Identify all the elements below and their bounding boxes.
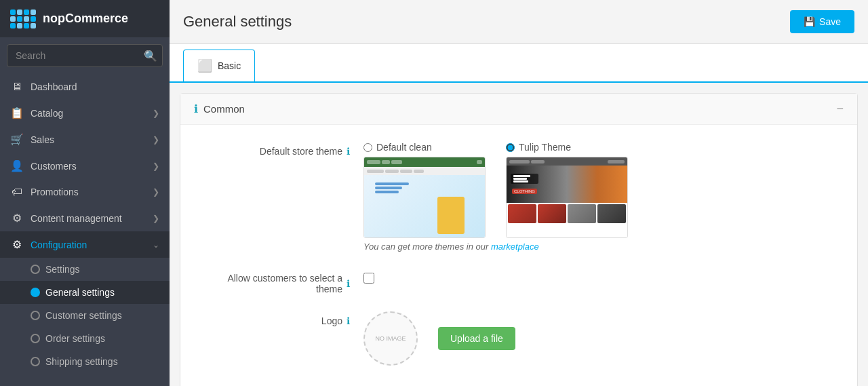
top-bar: General settings 💾 Save [170,0,868,44]
sidebar-item-catalog[interactable]: 📋 Catalog ❯ [0,100,170,126]
sidebar-header: nopCommerce [0,0,170,37]
dashboard-icon: 🖥 [10,81,24,93]
marketplace-link[interactable]: marketplace [491,242,539,252]
main-content: General settings 💾 Save ⬜ Basic ℹ Common… [170,0,868,386]
theme-preview-tulip: CLOTHING [506,157,628,238]
tab-icon: ⬜ [197,58,212,73]
panel-body: Default store theme ℹ Default clean [180,125,857,386]
logo-control: NO IMAGE Upload a file [363,311,837,366]
circle-icon [31,265,40,274]
theme-label: Default store theme ℹ [201,142,350,157]
tab-basic[interactable]: ⬜ Basic [183,50,255,81]
sidebar-item-customers[interactable]: 👤 Customers ❯ [0,153,170,179]
marketplace-text: You can get more themes in our marketpla… [363,242,837,252]
sidebar-subitem-label: Settings [45,264,80,275]
circle-icon [31,357,40,366]
chevron-right-icon: ❯ [153,135,159,144]
collapse-icon[interactable]: − [836,102,844,116]
save-icon: 💾 [804,16,815,27]
promotions-icon: 🏷 [10,186,24,198]
app-name: nopCommerce [43,12,128,26]
logo-label: Logo ℹ [201,311,350,326]
sidebar: nopCommerce 🔍 🖥 Dashboard 📋 Catalog ❯ 🛒 … [0,0,170,386]
theme-option-header-tulip: Tulip Theme [506,142,571,153]
panel-title: ℹ Common [194,102,245,115]
save-button[interactable]: 💾 Save [790,10,854,33]
sidebar-subitem-label: General settings [45,287,115,298]
search-input[interactable] [7,44,163,67]
sidebar-item-label: Catalog [31,108,146,119]
sidebar-subitem-label: Order settings [45,333,105,344]
sidebar-subitem-shipping-settings[interactable]: Shipping settings [0,350,170,373]
sidebar-item-promotions[interactable]: 🏷 Promotions ❯ [0,179,170,205]
chevron-right-icon: ❯ [153,161,159,171]
tabs-bar: ⬜ Basic [170,44,868,83]
theme-options: Default clean [363,142,837,238]
chevron-right-icon: ❯ [153,214,159,223]
sidebar-item-content-management[interactable]: ⚙ Content management ❯ [0,205,170,231]
search-icon[interactable]: 🔍 [144,50,157,62]
sidebar-item-dashboard[interactable]: 🖥 Dashboard [0,74,170,100]
search-box: 🔍 [7,44,163,67]
theme-option-default-clean[interactable]: Default clean [363,142,486,238]
sidebar-item-label: Content management [31,213,146,224]
tab-label: Basic [218,60,241,71]
sidebar-item-configuration[interactable]: ⚙ Configuration ⌄ [0,231,170,258]
allow-select-help-icon[interactable]: ℹ [347,278,350,289]
logo-help-icon[interactable]: ℹ [347,315,350,326]
theme-help-icon[interactable]: ℹ [347,146,350,157]
logo-icon [10,9,36,28]
logo-upload-area: NO IMAGE Upload a file [363,311,837,366]
chevron-right-icon: ❯ [153,187,159,197]
sidebar-subitem-settings[interactable]: Settings [0,258,170,281]
page-title: General settings [183,13,292,31]
sales-icon: 🛒 [10,133,24,146]
sidebar-item-label: Dashboard [31,81,159,92]
upload-file-button[interactable]: Upload a file [438,327,515,350]
sidebar-item-label: Customers [31,161,146,172]
sidebar-item-label: Sales [31,134,146,145]
circle-icon [31,334,40,343]
theme-form-row: Default store theme ℹ Default clean [201,142,837,252]
configuration-icon: ⚙ [10,238,24,251]
sidebar-subitem-label: Shipping settings [45,356,118,367]
content-area: ⬜ Basic ℹ Common − Default store theme ℹ [170,44,868,386]
panel-header: ℹ Common − [180,94,857,125]
allow-select-form-row: Allow customers to select a theme ℹ [201,269,837,294]
allow-select-checkbox[interactable] [363,273,374,284]
panel-title-text: Common [203,103,245,115]
allow-select-label: Allow customers to select a theme ℹ [201,269,350,294]
sidebar-item-label: Configuration [31,239,146,250]
theme-radio-default-clean[interactable] [363,143,372,152]
chevron-down-icon: ⌄ [153,240,159,250]
sidebar-item-label: Promotions [31,187,146,197]
catalog-icon: 📋 [10,107,24,119]
info-icon: ℹ [194,102,198,115]
chevron-right-icon: ❯ [153,109,159,118]
sidebar-subitem-order-settings[interactable]: Order settings [0,327,170,350]
common-panel: ℹ Common − Default store theme ℹ [180,93,858,386]
theme-radio-tulip[interactable] [506,143,515,152]
customers-icon: 👤 [10,159,24,172]
theme-control: Default clean [363,142,837,252]
circle-icon-active [31,288,40,297]
logo-form-row: Logo ℹ NO IMAGE Upload a file [201,311,837,366]
sidebar-subitem-customer-settings[interactable]: Customer settings [0,304,170,327]
sidebar-subitem-label: Customer settings [45,310,122,321]
circle-icon [31,311,40,320]
theme-option-header: Default clean [363,142,432,153]
theme-option-tulip[interactable]: Tulip Theme [506,142,628,238]
sidebar-subitem-general-settings[interactable]: General settings [0,281,170,304]
content-icon: ⚙ [10,212,24,225]
allow-select-control [363,269,837,284]
sidebar-item-sales[interactable]: 🛒 Sales ❯ [0,126,170,153]
theme-preview-default-clean [363,157,486,238]
no-image-placeholder: NO IMAGE [363,311,418,366]
